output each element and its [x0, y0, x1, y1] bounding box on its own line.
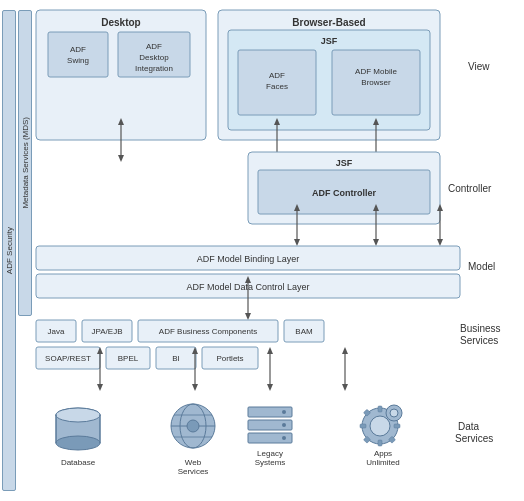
- svg-point-106: [282, 410, 286, 414]
- diagram-svg: Desktop ADF Swing ADF Desktop Integratio…: [0, 0, 524, 501]
- svg-text:Integration: Integration: [135, 64, 173, 73]
- svg-text:BAM: BAM: [295, 327, 313, 336]
- svg-text:Services: Services: [460, 335, 498, 346]
- svg-text:BI: BI: [172, 354, 180, 363]
- svg-point-112: [370, 416, 390, 436]
- svg-text:Services: Services: [178, 467, 209, 476]
- svg-text:ADF: ADF: [146, 42, 162, 51]
- svg-marker-87: [267, 347, 273, 354]
- svg-rect-116: [394, 424, 400, 428]
- svg-text:Swing: Swing: [67, 56, 89, 65]
- svg-text:SOAP/REST: SOAP/REST: [45, 354, 91, 363]
- svg-point-122: [390, 409, 398, 417]
- svg-point-107: [282, 423, 286, 427]
- svg-point-108: [282, 436, 286, 440]
- svg-text:ADF Model Binding Layer: ADF Model Binding Layer: [197, 254, 300, 264]
- svg-marker-46: [437, 239, 443, 246]
- svg-text:JPA/EJB: JPA/EJB: [92, 327, 123, 336]
- main-container: ADF Security Metadata Services (MDS) Des…: [0, 0, 524, 501]
- svg-text:Desktop: Desktop: [139, 53, 169, 62]
- svg-text:Services: Services: [455, 433, 493, 444]
- svg-text:Model: Model: [468, 261, 495, 272]
- svg-text:ADF: ADF: [269, 71, 285, 80]
- svg-point-90: [56, 436, 100, 450]
- svg-marker-10: [118, 155, 124, 162]
- svg-marker-81: [192, 384, 198, 391]
- svg-marker-126: [342, 384, 348, 391]
- svg-marker-85: [267, 384, 273, 391]
- svg-text:Browser: Browser: [361, 78, 391, 87]
- svg-text:Controller: Controller: [448, 183, 492, 194]
- svg-text:Database: Database: [61, 458, 96, 467]
- svg-point-100: [187, 420, 199, 432]
- svg-text:Unlimited: Unlimited: [366, 458, 399, 467]
- svg-marker-77: [97, 384, 103, 391]
- svg-marker-38: [294, 239, 300, 246]
- svg-rect-113: [378, 406, 382, 412]
- svg-text:ADF Mobile: ADF Mobile: [355, 67, 397, 76]
- svg-rect-115: [360, 424, 366, 428]
- svg-rect-114: [378, 440, 382, 446]
- svg-text:ADF Controller: ADF Controller: [312, 188, 376, 198]
- svg-point-91: [56, 408, 100, 422]
- svg-text:Portlets: Portlets: [216, 354, 243, 363]
- svg-text:JSF: JSF: [321, 36, 338, 46]
- svg-marker-128: [342, 347, 348, 354]
- svg-text:Systems: Systems: [255, 458, 286, 467]
- svg-text:Java: Java: [48, 327, 65, 336]
- svg-text:Data: Data: [458, 421, 480, 432]
- svg-text:Legacy: Legacy: [257, 449, 283, 458]
- svg-text:Desktop: Desktop: [101, 17, 140, 28]
- svg-text:ADF: ADF: [70, 45, 86, 54]
- svg-text:JSF: JSF: [336, 158, 353, 168]
- svg-text:ADF Business Components: ADF Business Components: [159, 327, 257, 336]
- svg-marker-42: [373, 239, 379, 246]
- svg-text:Web: Web: [185, 458, 202, 467]
- svg-rect-2: [48, 32, 108, 77]
- svg-text:Faces: Faces: [266, 82, 288, 91]
- svg-text:Business: Business: [460, 323, 501, 334]
- svg-text:View: View: [468, 61, 490, 72]
- svg-marker-55: [245, 313, 251, 320]
- svg-text:Browser-Based: Browser-Based: [292, 17, 365, 28]
- svg-text:BPEL: BPEL: [118, 354, 139, 363]
- svg-text:Apps: Apps: [374, 449, 392, 458]
